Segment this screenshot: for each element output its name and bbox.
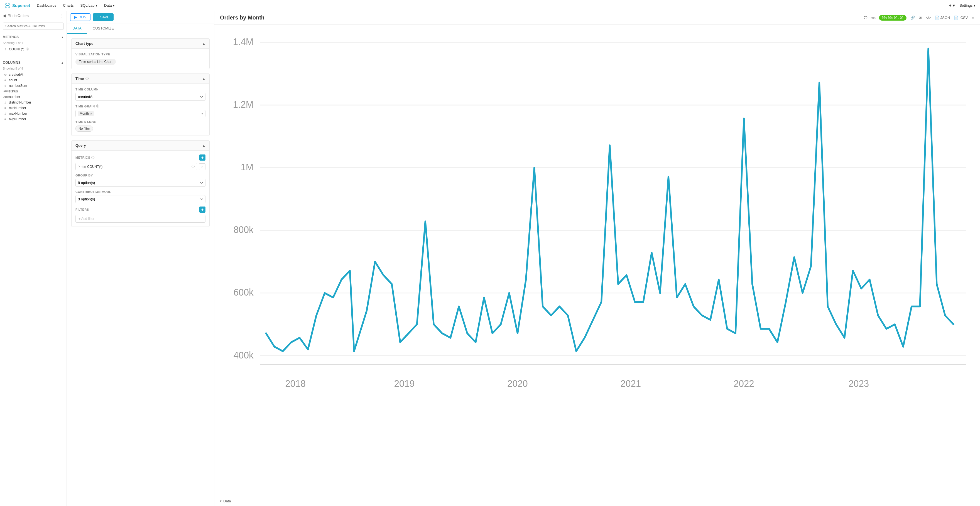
time-grain-input[interactable] <box>95 111 200 116</box>
dataset-more-options[interactable]: ⋮ <box>60 14 64 18</box>
nav-data[interactable]: Data ▾ <box>104 3 115 8</box>
chart-type-body: VISUALIZATION TYPE Time-series Line Char… <box>72 49 209 69</box>
dataset-grid-icon: ⊞ <box>8 13 11 18</box>
metrics-section: Metrics ▲ Showing 1 of 1 f COUNT(*) ⓘ <box>0 32 67 54</box>
app-logo[interactable]: Superset <box>5 3 30 9</box>
middle-tabs: DATA CUSTOMIZE <box>67 23 214 34</box>
chart-email-button[interactable]: ✉ <box>918 15 923 20</box>
metrics-section-header[interactable]: Metrics ▲ <box>3 35 64 41</box>
column-name: number <box>9 95 20 99</box>
tab-data[interactable]: DATA <box>67 23 87 34</box>
svg-text:2022: 2022 <box>733 378 754 389</box>
chart-csv-button[interactable]: 📄 .CSV <box>953 15 968 20</box>
sidebar-divider <box>0 56 67 56</box>
nav-sql-lab[interactable]: SQL Lab ▾ <box>80 3 97 8</box>
time-body: TIME COLUMN createdAt TIME GRAIN ⓘ Month… <box>72 84 209 135</box>
save-button[interactable]: ↑ SAVE <box>93 13 114 21</box>
columns-list: ⊙createdAt#count#numberSumABCstatusABCnu… <box>3 72 64 122</box>
metrics-item-count-star: ✕ f(x) COUNT(*) ⓘ <box>75 163 197 170</box>
chart-link-button[interactable]: 🔗 <box>910 15 915 20</box>
nav-dashboards[interactable]: Dashboards <box>37 3 56 8</box>
settings-arrow: ▾ <box>974 3 975 8</box>
column-item-avgnumber[interactable]: #avgNumber <box>3 116 64 122</box>
dataset-header: ◀ ⊞ db.Orders ⋮ <box>0 11 67 20</box>
chart-json-icon: 📄 <box>935 16 939 20</box>
chart-more-button[interactable]: ≡ <box>971 15 974 20</box>
columns-section-header[interactable]: Columns ▲ <box>3 60 64 66</box>
data-collapse-arrow: ▾ <box>220 499 222 503</box>
chart-type-header[interactable]: Chart type ▲ <box>72 39 209 49</box>
run-button[interactable]: ▶ RUN <box>70 13 91 21</box>
time-grain-wrapper[interactable]: Month ✕ ▾ <box>75 110 205 117</box>
time-header[interactable]: Time ⓘ ▲ <box>72 74 209 84</box>
chart-csv-icon: 📄 <box>954 16 958 20</box>
group-by-select[interactable]: 9 option(s) <box>75 179 205 187</box>
contribution-select[interactable]: 3 option(s) <box>75 195 205 203</box>
column-name: createdAt <box>9 73 23 76</box>
main-layout: ◀ ⊞ db.Orders ⋮ Metrics ▲ Showing 1 of 1… <box>0 11 980 506</box>
svg-text:600k: 600k <box>234 287 254 298</box>
text-icon: ABC <box>3 95 7 98</box>
dataset-name[interactable]: db.Orders <box>13 14 59 18</box>
column-name: numberSum <box>9 84 27 88</box>
column-item-status[interactable]: ABCstatus <box>3 89 64 94</box>
filters-add-button[interactable]: + <box>199 207 205 213</box>
chart-type-title: Chart type <box>75 41 93 46</box>
metrics-item-count[interactable]: f COUNT(*) ⓘ <box>3 46 64 52</box>
metrics-collapse-icon: ▲ <box>61 36 64 39</box>
column-item-createdat[interactable]: ⊙createdAt <box>3 72 64 77</box>
query-metrics-label: METRICS ⓘ <box>75 156 95 160</box>
time-grain-dropdown-icon[interactable]: ▾ <box>202 112 203 115</box>
data-bottom-section[interactable]: ▾ Data <box>215 496 980 506</box>
hash-icon: # <box>3 112 7 115</box>
tab-customize[interactable]: CUSTOMIZE <box>87 23 119 34</box>
column-item-count[interactable]: #count <box>3 77 64 83</box>
run-icon: ▶ <box>74 15 77 19</box>
chart-json-button[interactable]: 📄 JSON <box>934 15 950 20</box>
settings-button[interactable]: Settings ▾ <box>959 3 975 8</box>
nav-charts[interactable]: Charts <box>63 3 73 8</box>
time-grain-tag: Month ✕ <box>78 111 94 116</box>
column-item-minnumber[interactable]: #minNumber <box>3 105 64 111</box>
chart-timer: 00:00:01.01 <box>879 15 907 21</box>
columns-showing: Showing 9 of 9 <box>3 66 64 72</box>
metrics-add-button[interactable]: + <box>199 154 205 161</box>
chart-title: Orders by Month <box>220 14 861 21</box>
time-grain-label: TIME GRAIN ⓘ <box>75 104 205 108</box>
column-item-numbersum[interactable]: #numberSum <box>3 83 64 89</box>
chart-code-button[interactable]: </> <box>925 15 932 20</box>
time-toggle-icon: ▲ <box>202 77 205 81</box>
filters-label: FILTERS <box>75 208 89 211</box>
metrics-item-name-display: COUNT(*) <box>87 165 191 169</box>
clock-icon: ⊙ <box>3 73 7 76</box>
data-arrow: ▾ <box>113 3 115 8</box>
time-column-select[interactable]: createdAt <box>75 93 205 101</box>
column-item-distinctnumber[interactable]: #distinctNumber <box>3 100 64 105</box>
chart-svg: 1.4M 1.2M 1M 800k 600k 400k 2018 2019 20… <box>220 29 974 459</box>
search-section <box>0 20 67 32</box>
metrics-item-remove[interactable]: ✕ <box>78 165 80 169</box>
column-item-maxnumber[interactable]: #maxNumber <box>3 111 64 116</box>
viz-type-badge[interactable]: Time-series Line Chart <box>75 57 205 65</box>
time-grain-tag-close[interactable]: ✕ <box>90 112 92 115</box>
column-item-number[interactable]: ABCnumber <box>3 94 64 100</box>
time-info-icon: ⓘ <box>86 76 89 81</box>
right-panel: Orders by Month 72 rows 00:00:01.01 🔗 ✉ … <box>215 11 980 506</box>
metrics-item-expand[interactable]: › <box>199 163 205 170</box>
metrics-item-info-icon: ⓘ <box>26 47 29 51</box>
sidebar-collapse-button[interactable]: ◀ <box>3 13 6 18</box>
data-section-label: Data <box>223 499 231 503</box>
query-header[interactable]: Query ▲ <box>72 140 209 151</box>
search-input[interactable] <box>3 22 64 30</box>
time-section: Time ⓘ ▲ TIME COLUMN createdAt TIME GRAI… <box>71 73 210 136</box>
metrics-item-name: COUNT(*) <box>9 47 24 51</box>
metrics-label-row: METRICS ⓘ + <box>75 154 205 161</box>
add-button[interactable]: + ▾ <box>949 3 955 8</box>
filters-add-filter[interactable]: + Add filter <box>75 215 205 223</box>
time-column-label: TIME COLUMN <box>75 88 205 91</box>
time-range-badge[interactable]: No filter <box>75 126 93 132</box>
top-navigation: Superset Dashboards Charts SQL Lab ▾ Dat… <box>0 0 980 11</box>
metrics-item-info-btn: ⓘ <box>191 164 195 169</box>
hash-icon: # <box>3 84 7 88</box>
middle-content: Chart type ▲ VISUALIZATION TYPE Time-ser… <box>67 34 214 506</box>
